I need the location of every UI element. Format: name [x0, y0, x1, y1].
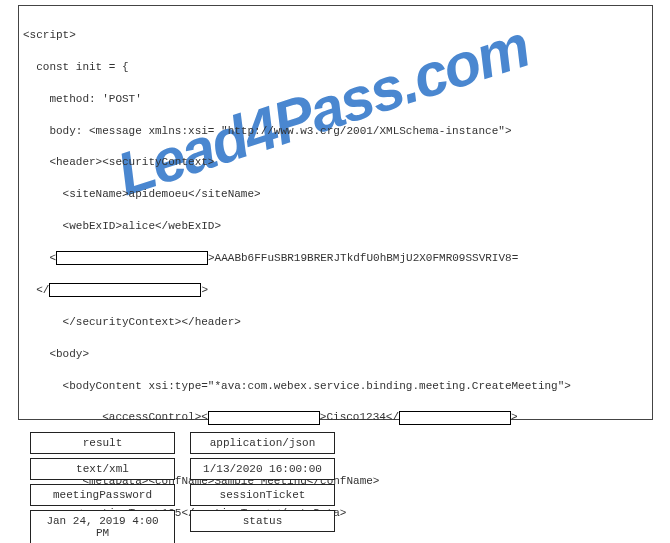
answer-option-113-2020[interactable]: 1/13/2020 16:00:00	[190, 458, 335, 480]
answer-option-textxml[interactable]: text/xml	[30, 458, 175, 480]
code-line: <accessControl><>Cisco1234</>	[23, 410, 648, 426]
code-line: body: <message xmlns:xsi= "http://www.w3…	[23, 124, 648, 140]
code-line: <body>	[23, 347, 648, 363]
drop-target-3[interactable]	[208, 411, 320, 425]
answer-option-sessionticket[interactable]: sessionTicket	[190, 484, 335, 506]
code-line: <siteName>apidemoeu</siteName>	[23, 187, 648, 203]
drop-target-4[interactable]	[399, 411, 511, 425]
answer-column-left: result text/xml meetingPassword Jan 24, …	[30, 432, 175, 543]
code-line: <header><securityContext>	[23, 155, 648, 171]
code-line: <>AAABb6FFuSBR19BRERJTkdfU0hBMjU2X0FMR09…	[23, 251, 648, 267]
code-line: method: 'POST'	[23, 92, 648, 108]
answer-option-meetingpassword[interactable]: meetingPassword	[30, 484, 175, 506]
answer-column-right: application/json 1/13/2020 16:00:00 sess…	[190, 432, 335, 536]
answer-option-status[interactable]: status	[190, 510, 335, 532]
drop-target-1[interactable]	[56, 251, 208, 265]
code-line: </securityContext></header>	[23, 315, 648, 331]
code-line: <webExID>alice</webExID>	[23, 219, 648, 235]
code-line: <script>	[23, 28, 648, 44]
code-line: <bodyContent xsi:type="*ava:com.webex.se…	[23, 379, 648, 395]
answer-option-result[interactable]: result	[30, 432, 175, 454]
page-root: Lead4Pass.com <script> const init = { me…	[0, 0, 670, 543]
code-line: const init = {	[23, 60, 648, 76]
answer-option-applicationjson[interactable]: application/json	[190, 432, 335, 454]
drop-target-2[interactable]	[49, 283, 201, 297]
code-line: </>	[23, 283, 648, 299]
answer-option-jan24[interactable]: Jan 24, 2019 4:00 PM	[30, 510, 175, 543]
code-block: <script> const init = { method: 'POST' b…	[18, 5, 653, 420]
